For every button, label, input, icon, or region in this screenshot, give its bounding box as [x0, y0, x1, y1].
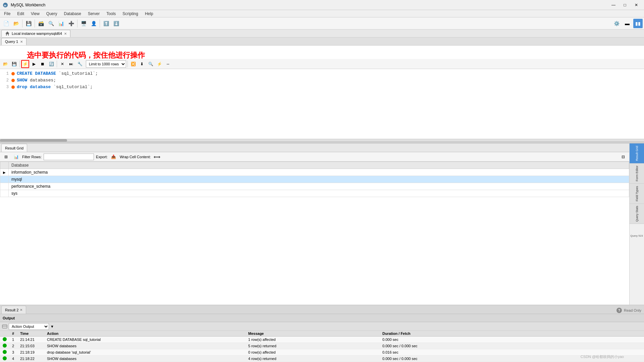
col-expander: [0, 162, 9, 169]
line-code-3: drop database `sql_tutorial`;: [17, 84, 93, 90]
schema-inspector-button[interactable]: 🔍: [46, 19, 56, 28]
line-code-1: CREATE DATABASE `sql_tutorial`;: [17, 70, 98, 77]
result-chart-icon[interactable]: 📊: [12, 153, 20, 161]
open-file-button[interactable]: 📂: [11, 19, 21, 28]
table-row[interactable]: sys: [0, 190, 629, 197]
settings-button[interactable]: ⚙️: [612, 19, 621, 28]
col-time: Time: [17, 331, 44, 337]
tab-local-instance[interactable]: Local instance wampmysqld64 ✕: [1, 30, 70, 37]
output-num-4: 4: [9, 356, 17, 362]
export-button[interactable]: ⬆️: [101, 19, 111, 28]
table-row[interactable]: performance_schema: [0, 183, 629, 190]
sidebar-result-grid-button[interactable]: Result Grid: [630, 143, 644, 164]
import-button[interactable]: ⬇️: [111, 19, 121, 28]
sidebar-field-types-button[interactable]: Field Types: [630, 184, 644, 204]
query-tab-close[interactable]: ✕: [20, 40, 23, 44]
action-output-select[interactable]: Action Output Text Output: [9, 323, 49, 330]
breakpoint-3[interactable]: [11, 85, 15, 89]
row-expander-1[interactable]: ▶: [0, 169, 9, 176]
table-row[interactable]: ▶ information_schema: [0, 169, 629, 176]
query-tab-1[interactable]: Query 1 ✕: [1, 38, 26, 45]
filter-input[interactable]: [44, 154, 94, 160]
query-toolbar: 📂 💾 ⚡ ▶ ⏹ 🔄 ✕ ⏭ 🔧 Limit to 1000 rows Lim…: [0, 59, 644, 69]
layout-button1[interactable]: ▬: [623, 19, 632, 28]
col-message: Message: [246, 331, 380, 337]
output-header: Output: [0, 314, 644, 322]
cell-db-4: sys: [9, 190, 629, 197]
editor-scrollbar[interactable]: [0, 139, 644, 141]
toggle-panel-button[interactable]: ⚡: [155, 60, 163, 68]
result-tab-grid[interactable]: Result Grid: [1, 144, 27, 152]
help-icon[interactable]: ?: [616, 308, 622, 313]
menu-scripting[interactable]: Scripting: [120, 11, 141, 17]
search-button[interactable]: 🔍: [147, 60, 155, 68]
table-editor-button[interactable]: 📊: [56, 19, 66, 28]
query-panel: Query 1 ✕ 选中要执行的代码，按住他进行操作 📂 💾 ⚡ ▶ ⏹ 🔄 ✕…: [0, 38, 644, 141]
sidebar-form-editor-button[interactable]: Form Editor: [630, 164, 644, 184]
row-expander-3[interactable]: [0, 183, 9, 190]
menu-view[interactable]: View: [28, 11, 42, 17]
layout-button2[interactable]: ▮▮: [633, 19, 643, 28]
result-grid-icon[interactable]: ⊞: [2, 153, 10, 161]
stop-button[interactable]: ⏹: [39, 60, 47, 68]
close-button[interactable]: ✕: [631, 2, 641, 8]
explain-button[interactable]: ⬇: [138, 60, 146, 68]
execute-all-button[interactable]: ▶: [30, 60, 38, 68]
result-tab-bar: Result Grid: [0, 143, 629, 152]
col-database[interactable]: Database: [9, 162, 629, 169]
refresh-button[interactable]: 🔄: [47, 60, 55, 68]
output-action-4: SHOW databases: [44, 356, 246, 362]
save-script-button[interactable]: 💾: [10, 60, 18, 68]
format-button[interactable]: 🔀: [129, 60, 137, 68]
open-script-button[interactable]: 📂: [1, 60, 9, 68]
read-only-badge: Read Only: [624, 308, 641, 312]
line-number-3: 3: [1, 84, 11, 90]
output-action-1: CREATE DATABASE sql_tutorial: [44, 337, 246, 343]
sql-editor[interactable]: 1 CREATE DATABASE `sql_tutorial`; 2 SHOW…: [0, 69, 644, 139]
result-tab-2[interactable]: Result 2 ✕: [1, 306, 26, 314]
menu-edit[interactable]: Edit: [14, 11, 27, 17]
maximize-button[interactable]: □: [620, 2, 630, 8]
table-row[interactable]: mysql: [0, 176, 629, 183]
limit-select[interactable]: Limit to 1000 rows Limit to 200 rows Don…: [86, 60, 126, 68]
editor-line-2: 2 SHOW databases;: [0, 77, 644, 84]
tab-label: Local instance wampmysqld64: [12, 32, 62, 36]
toggle-output-button[interactable]: 🔧: [76, 60, 84, 68]
menu-server[interactable]: Server: [85, 11, 102, 17]
new-file-button[interactable]: 📄: [1, 19, 11, 28]
new-schema-button[interactable]: 🗃️: [36, 19, 46, 28]
tab-close-button[interactable]: ✕: [64, 32, 67, 36]
row-expander-4[interactable]: [0, 190, 9, 197]
toggle-result-button[interactable]: ↔: [164, 60, 172, 68]
wrap-button[interactable]: ⟺: [153, 153, 161, 161]
menu-file[interactable]: File: [1, 11, 13, 17]
output-time-4: 21:18:22: [17, 356, 44, 362]
skip-button[interactable]: ⏭: [67, 60, 75, 68]
result-table-container[interactable]: Database ▶ information_schema mysql: [0, 162, 629, 305]
execute-button[interactable]: ⚡: [21, 60, 29, 68]
status-dot-3: [3, 350, 7, 354]
sidebar-query-stats-button[interactable]: Query Stats: [630, 204, 644, 224]
save-button[interactable]: 💾: [24, 19, 33, 28]
menu-query[interactable]: Query: [44, 11, 60, 17]
menu-help[interactable]: Help: [142, 11, 156, 17]
cancel-button[interactable]: ✕: [58, 60, 66, 68]
menu-tools[interactable]: Tools: [104, 11, 118, 17]
result2-close[interactable]: ✕: [20, 308, 22, 312]
col-status: [0, 331, 9, 337]
users-button[interactable]: 👤: [89, 19, 98, 28]
row-expander-2[interactable]: [0, 176, 9, 183]
line-number-2: 2: [1, 77, 11, 84]
menu-database[interactable]: Database: [61, 11, 84, 17]
result-split-button[interactable]: ⊟: [619, 153, 627, 161]
result-data-table: Database ▶ information_schema mysql: [0, 162, 629, 197]
output-title: Output: [3, 316, 15, 320]
minimize-button[interactable]: —: [608, 2, 619, 8]
editor-line-1: 1 CREATE DATABASE `sql_tutorial`;: [0, 70, 644, 77]
breakpoint-2[interactable]: [11, 79, 15, 82]
export-csv-button[interactable]: 📥: [110, 153, 118, 161]
insert-rows-button[interactable]: ➕: [66, 19, 76, 28]
filter-label: Filter Rows:: [22, 155, 42, 159]
server-status-button[interactable]: 🖥️: [79, 19, 88, 28]
breakpoint-1[interactable]: [11, 72, 15, 75]
